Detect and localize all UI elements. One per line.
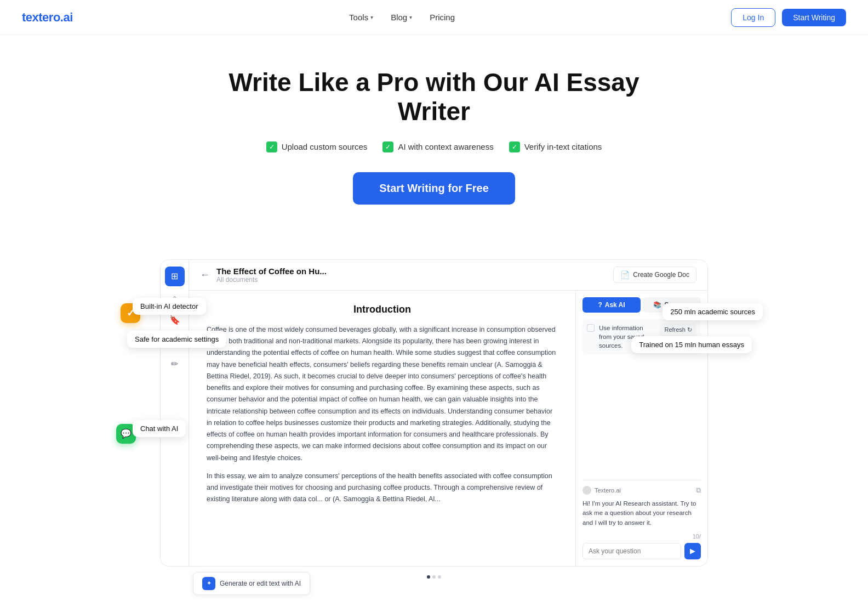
sidebar-icon-bookmark[interactable]: 🔖	[165, 310, 185, 330]
essay-paragraph-1: Coffee is one of the most widely consume…	[207, 324, 558, 464]
ask-question-input[interactable]	[583, 543, 681, 559]
dot-1[interactable]	[432, 575, 436, 579]
nav-links: Tools ▾ Blog ▾ Pricing	[349, 13, 455, 22]
chevron-down-icon: ▾	[370, 14, 373, 20]
sidebar-left: ⊞ ⌂ 🔖 📄 ✏	[161, 260, 189, 566]
nav-pricing[interactable]: Pricing	[430, 13, 455, 22]
sidebar-icon-home[interactable]: ⌂	[165, 288, 185, 308]
ai-sources-text: Use information from your saved sources.	[599, 324, 655, 350]
essay-intro-heading: Introduction	[207, 304, 558, 315]
back-button[interactable]: ←	[200, 269, 210, 281]
gdoc-icon: 📄	[620, 270, 630, 279]
check-icon-ai: ✓	[382, 141, 393, 152]
page-count: 10/	[583, 533, 701, 540]
chat-ai-badge: 💬	[116, 424, 136, 444]
nav-blog[interactable]: Blog ▾	[391, 13, 412, 22]
sidebar-icon-grid[interactable]: ⊞	[165, 267, 185, 286]
source-checkbox[interactable]	[587, 324, 595, 332]
sidebar-icon-document[interactable]: 📄	[165, 332, 185, 352]
feature-citations-label: Verify in-text citations	[524, 142, 602, 151]
start-writing-button[interactable]: Start Writing	[782, 9, 846, 26]
sources-icon: 📚	[653, 301, 661, 309]
ask-send-button[interactable]: ▶	[684, 543, 701, 559]
create-gdoc-button[interactable]: 📄 Create Google Doc	[613, 267, 696, 283]
feature-upload: ✓ Upload custom sources	[266, 141, 368, 152]
dot-active[interactable]	[427, 575, 430, 579]
hero-title: Write Like a Pro with Our AI Essay Write…	[226, 68, 642, 126]
check-icon-upload: ✓	[266, 141, 277, 152]
chat-icon: 💬	[121, 428, 132, 439]
sidebar-icon-edit[interactable]: ✏	[165, 354, 185, 374]
nav-tools[interactable]: Tools ▾	[349, 13, 373, 22]
tab-ask-ai[interactable]: ? Ask AI	[583, 297, 641, 313]
ai-panel: ? Ask AI 📚 Sources Use information from …	[576, 291, 707, 566]
chevron-down-icon: ▾	[409, 14, 412, 20]
feature-ai-label: AI with context awareness	[398, 142, 493, 151]
login-button[interactable]: Log In	[731, 8, 775, 27]
dot-2[interactable]	[438, 575, 441, 579]
ai-sources-row: Use information from your saved sources.…	[583, 319, 701, 354]
essay-text: Coffee is one of the most widely consume…	[207, 324, 558, 506]
doc-title-area: The Effect of Coffee on Hu... All docume…	[216, 267, 607, 284]
feature-ai: ✓ AI with context awareness	[382, 141, 493, 152]
generate-icon: ✦	[202, 577, 215, 590]
hero-features: ✓ Upload custom sources ✓ AI with contex…	[22, 141, 846, 152]
ask-question-row: ▶	[583, 543, 701, 559]
hero-section: Write Like a Pro with Our AI Essay Write…	[0, 35, 868, 259]
send-icon: ▶	[690, 547, 695, 555]
logo-accent: ai	[63, 10, 72, 24]
essay-area[interactable]: Introduction Coffee is one of the most w…	[189, 291, 576, 566]
feature-citations: ✓ Verify in-text citations	[509, 141, 602, 152]
demo-section: ✓ Built-in AI detector Safe for academic…	[83, 259, 785, 601]
ai-logo-label: Textero.ai	[583, 486, 621, 495]
hero-cta-button[interactable]: Start Writing for Free	[353, 172, 515, 205]
demo-container: ⊞ ⌂ 🔖 📄 ✏ ← The Effect of Coffee on Hu..…	[160, 259, 708, 567]
essay-paragraph-2: In this essay, we aim to analyze consume…	[207, 471, 558, 506]
doc-content: Introduction Coffee is one of the most w…	[189, 291, 707, 566]
feature-upload-label: Upload custom sources	[282, 142, 368, 151]
generate-bar: ✦ Generate or edit text with AI	[193, 572, 310, 595]
check-icon-citations: ✓	[509, 141, 520, 152]
navbar: textero.ai Tools ▾ Blog ▾ Pricing Log In…	[0, 0, 868, 35]
logo[interactable]: textero.ai	[22, 10, 73, 25]
nav-actions: Log In Start Writing	[731, 8, 846, 27]
logo-text: textero.	[22, 10, 63, 24]
ai-chat-message: Hi! I'm your AI Research assistant. Try …	[583, 499, 701, 528]
checkmark-icon: ✓	[127, 307, 135, 319]
tab-sources[interactable]: 📚 Sources	[643, 297, 701, 313]
doc-header: ← The Effect of Coffee on Hu... All docu…	[189, 260, 707, 291]
ai-logo-dot	[583, 486, 591, 495]
generate-bar-text: Generate or edit text with AI	[220, 580, 301, 587]
question-icon: ?	[598, 301, 602, 309]
document-area: ← The Effect of Coffee on Hu... All docu…	[189, 260, 707, 566]
copy-icon[interactable]: ⧉	[696, 486, 701, 495]
ai-detector-badge: ✓	[121, 303, 140, 323]
ai-chat-section: Textero.ai ⧉ Hi! I'm your AI Research as…	[583, 480, 701, 559]
ai-spacer	[583, 360, 701, 480]
doc-breadcrumb: All documents	[216, 276, 607, 284]
refresh-button[interactable]: Refresh ↻	[660, 324, 696, 336]
ai-tabs: ? Ask AI 📚 Sources	[583, 297, 701, 313]
ai-chat-header: Textero.ai ⧉	[583, 486, 701, 495]
doc-title: The Effect of Coffee on Hu...	[216, 267, 607, 276]
refresh-icon: ↻	[687, 326, 692, 334]
